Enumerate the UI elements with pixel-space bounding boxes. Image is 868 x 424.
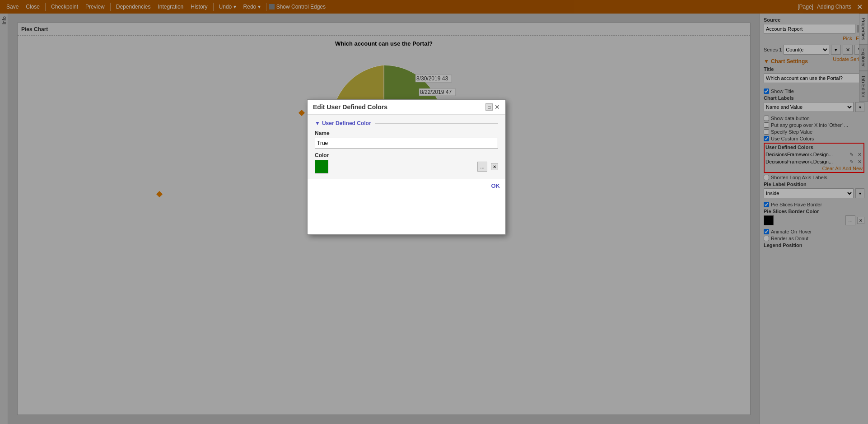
modal-footer: OK xyxy=(308,179,505,193)
modal-section-triangle: ▼ xyxy=(315,120,320,126)
modal-overlay[interactable]: Edit User Defined Colors □ ✕ ▼ User Defi… xyxy=(0,0,868,424)
modal-dialog: Edit User Defined Colors □ ✕ ▼ User Defi… xyxy=(307,99,506,235)
modal-ok-button[interactable]: OK xyxy=(491,182,500,189)
modal-title: Edit User Defined Colors xyxy=(313,103,387,111)
modal-color-swatch xyxy=(315,160,328,173)
modal-minimize-btn[interactable]: □ xyxy=(485,103,493,111)
modal-header-buttons: □ ✕ xyxy=(485,103,500,111)
modal-name-label: Name xyxy=(315,130,498,136)
modal-section-header: ▼ User Defined Color xyxy=(315,120,498,126)
modal-divider xyxy=(375,123,498,124)
modal-close-button[interactable]: ✕ xyxy=(495,103,500,111)
modal-color-label: Color xyxy=(315,152,498,158)
modal-header: Edit User Defined Colors □ ✕ xyxy=(308,100,505,115)
modal-color-clear-btn[interactable]: ✕ xyxy=(491,163,498,170)
modal-section-label: User Defined Color xyxy=(322,120,371,126)
modal-name-input[interactable] xyxy=(315,138,498,149)
modal-color-row: … ✕ xyxy=(315,160,498,173)
modal-color-more-btn[interactable]: … xyxy=(477,162,487,172)
modal-body: ▼ User Defined Color Name Color … ✕ xyxy=(308,115,505,179)
